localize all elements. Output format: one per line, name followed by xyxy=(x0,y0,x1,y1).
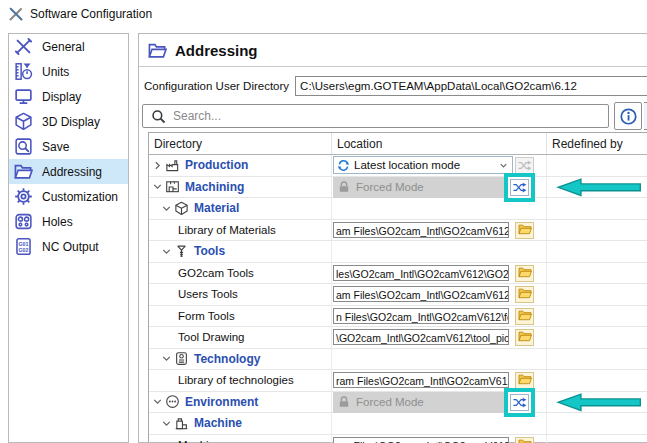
directory-cell: Library of technologies xyxy=(149,370,332,391)
machining-icon xyxy=(165,179,180,194)
svg-text:G02: G02 xyxy=(19,247,29,253)
addressing-folder-icon xyxy=(148,42,167,59)
units-icon xyxy=(14,62,33,81)
column-header-location[interactable]: Location xyxy=(332,133,547,154)
location-cell: Forced Mode xyxy=(332,392,547,413)
path-field[interactable]: n Files\GO2cam_Intl\GO2camV612\forme xyxy=(333,308,509,324)
chevron-down-icon[interactable] xyxy=(160,245,173,258)
directory-cell: Tools xyxy=(149,241,332,262)
location-cell: les\GO2cam_Intl\GO2camV612\GO2_tool xyxy=(332,263,547,284)
sidebar-item-label: General xyxy=(42,40,85,54)
folder-icon xyxy=(518,373,532,388)
browse-folder-button[interactable] xyxy=(515,437,534,443)
chevron-down-icon[interactable] xyxy=(151,180,164,193)
directory-cell: Technology xyxy=(149,349,332,370)
save-icon xyxy=(14,137,33,156)
redefined-by-cell xyxy=(547,306,647,327)
column-header-redefined-by[interactable]: Redefined by xyxy=(547,133,647,154)
table-row: Form Toolsn Files\GO2cam_Intl\GO2camV612… xyxy=(149,306,647,328)
path-field[interactable]: am Files\GO2cam_Intl\GO2camV612\tool xyxy=(333,286,509,302)
table-body: ProductionLatest location modeMachiningF… xyxy=(149,155,647,443)
display3d-icon xyxy=(14,112,33,131)
config-directory-field[interactable]: C:\Users\egm.GOTEAM\AppData\Local\GO2cam… xyxy=(295,76,647,96)
factory-icon xyxy=(165,158,180,173)
chevron-down-icon[interactable] xyxy=(160,352,173,365)
chevron-down-icon[interactable] xyxy=(151,395,164,408)
shuffle-mode-button[interactable] xyxy=(510,394,529,411)
browse-folder-button[interactable] xyxy=(515,329,534,346)
sync-icon xyxy=(337,159,350,172)
path-field[interactable]: \GO2cam_Intl\GO2camV612\tool_picture xyxy=(333,329,509,345)
window-titlebar: Software Configuration xyxy=(0,0,647,28)
chevron-down-icon[interactable] xyxy=(160,202,173,215)
category-label: Machine xyxy=(194,416,242,430)
path-field[interactable]: am Files\GO2cam_Intl\GO2camV612\mat xyxy=(333,222,509,238)
info-icon xyxy=(620,108,637,125)
sidebar-item-nc-output[interactable]: G01G02NC Output xyxy=(9,234,128,259)
table-row: EnvironmentForced Mode xyxy=(149,392,647,414)
redefined-by-cell xyxy=(547,327,647,348)
redefined-by-cell xyxy=(547,263,647,284)
search-icon xyxy=(151,109,166,124)
directory-cell: Tool Drawing xyxy=(149,327,332,348)
table-row: MachiningForced Mode xyxy=(149,177,647,199)
table-row: Material xyxy=(149,198,647,220)
lock-icon xyxy=(337,180,351,194)
chevron-down-icon[interactable] xyxy=(160,417,173,430)
redefined-by-cell xyxy=(547,284,647,305)
config-directory-label: Configuration User Directory xyxy=(144,80,289,92)
sidebar-item-units[interactable]: Units xyxy=(9,59,128,84)
sidebar-item-addressing[interactable]: Addressing xyxy=(9,159,128,184)
holes-icon xyxy=(14,212,33,231)
location-cell: n Files\GO2cam_Intl\GO2camV612\forme xyxy=(332,306,547,327)
sidebar-item-holes[interactable]: Holes xyxy=(9,209,128,234)
category-label: Material xyxy=(194,201,239,215)
path-field[interactable]: am Files\GO2cam_Intl\GO2camV612\mac xyxy=(333,437,509,443)
location-cell xyxy=(332,241,547,262)
directory-cell: Environment xyxy=(149,392,332,413)
sidebar-item-3d-display[interactable]: 3D Display xyxy=(9,109,128,134)
category-label: Technology xyxy=(194,352,260,366)
directory-cell: Machine xyxy=(149,413,332,434)
table-row: Users Toolsam Files\GO2cam_Intl\GO2camV6… xyxy=(149,284,647,306)
item-label: Users Tools xyxy=(178,288,238,300)
material-icon xyxy=(174,201,189,216)
main-panel: Addressing Configuration User Directory … xyxy=(138,33,647,443)
search-input[interactable]: Search... xyxy=(142,104,609,128)
folder-open-icon xyxy=(14,162,33,181)
directory-cell: GO2cam Tools xyxy=(149,263,332,284)
browse-folder-button[interactable] xyxy=(515,372,534,389)
shuffle-mode-button[interactable] xyxy=(510,179,529,196)
redefined-by-cell xyxy=(547,177,647,198)
sidebar-item-label: 3D Display xyxy=(42,115,100,129)
column-header-directory[interactable]: Directory xyxy=(149,133,332,154)
general-icon xyxy=(14,37,33,56)
folder-icon xyxy=(518,309,532,324)
sidebar-item-customization[interactable]: Customization xyxy=(9,184,128,209)
browse-folder-button[interactable] xyxy=(515,286,534,303)
path-field[interactable]: les\GO2cam_Intl\GO2camV612\GO2_tool xyxy=(333,265,509,281)
sidebar-item-display[interactable]: Display xyxy=(9,84,128,109)
forced-mode-label: Forced Mode xyxy=(356,396,424,408)
redefined-by-cell xyxy=(547,241,647,262)
chevron-right-icon[interactable] xyxy=(151,159,164,172)
table-row: Technology xyxy=(149,349,647,371)
location-cell: am Files\GO2cam_Intl\GO2camV612\mat xyxy=(332,220,547,241)
table-row: Library of technologiesram Files\GO2cam_… xyxy=(149,370,647,392)
annotation-highlight-box xyxy=(504,388,535,417)
sidebar-item-save[interactable]: Save xyxy=(9,134,128,159)
sidebar-item-general[interactable]: General xyxy=(9,34,128,59)
redefined-by-cell xyxy=(547,220,647,241)
path-field[interactable]: ram Files\GO2cam_Intl\GO2camV612\tec xyxy=(333,372,509,388)
location-cell: am Files\GO2cam_Intl\GO2camV612\mac xyxy=(332,435,547,443)
info-button[interactable] xyxy=(614,102,642,130)
item-label: Form Tools xyxy=(178,310,235,322)
browse-folder-button[interactable] xyxy=(515,308,534,325)
location-mode-dropdown[interactable]: Latest location mode xyxy=(333,156,513,174)
redefined-by-cell xyxy=(547,413,647,434)
table-row: Library of Materialsam Files\GO2cam_Intl… xyxy=(149,220,647,242)
browse-folder-button[interactable] xyxy=(515,222,534,239)
browse-folder-button[interactable] xyxy=(515,265,534,282)
shuffle-mode-button xyxy=(515,157,534,174)
lock-icon xyxy=(337,395,351,409)
